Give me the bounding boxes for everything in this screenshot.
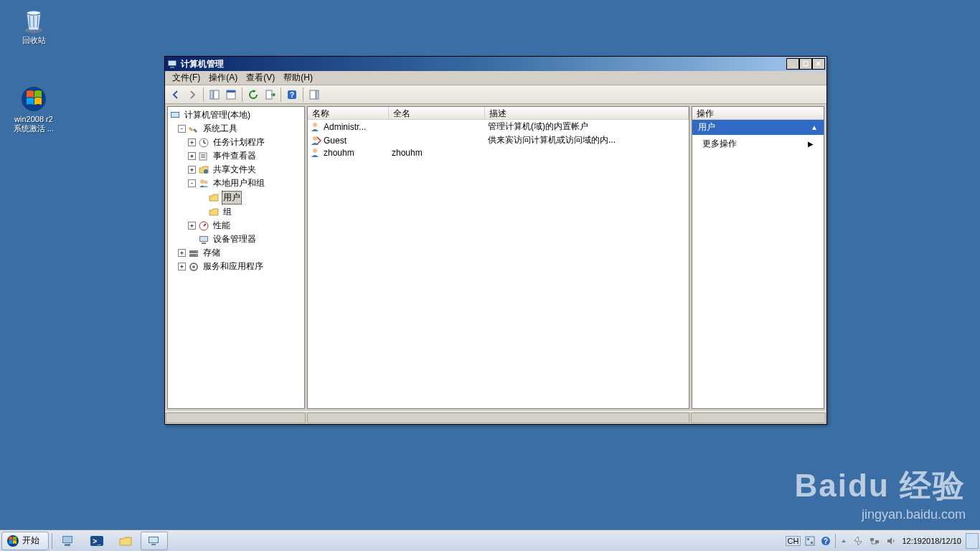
forward-button[interactable] — [184, 87, 200, 103]
tray-separator — [835, 534, 836, 548]
list-row[interactable]: zhouhm zhouhm — [308, 147, 689, 159]
tree-storage[interactable]: 存储 — [202, 247, 222, 259]
tree-panel[interactable]: 计算机管理(本地) - 系统工具 + 任务计划程序 + 事件查看器 + 共享文件… — [167, 106, 305, 409]
title-bar[interactable]: 计算机管理 _ ☐ ✕ — [165, 57, 826, 71]
list-column-fullname[interactable]: 全名 — [389, 107, 485, 119]
system-tools-icon — [188, 123, 199, 135]
svg-point-23 — [200, 179, 204, 184]
desktop-icon-label: 系统激活 ... — [9, 124, 59, 133]
tree-shared-folders[interactable]: 共享文件夹 — [212, 164, 258, 176]
svg-text:?: ? — [290, 91, 294, 99]
taskbar-separator — [52, 533, 52, 549]
shared-folders-icon — [198, 164, 209, 176]
tree-toggle[interactable]: + — [178, 249, 186, 257]
svg-text:>_: >_ — [93, 537, 101, 545]
toolbar-separator — [203, 88, 204, 102]
list-cell-name: zhouhm — [324, 148, 354, 158]
svg-point-37 — [313, 149, 317, 153]
svg-rect-47 — [806, 537, 814, 545]
svg-rect-19 — [201, 154, 205, 155]
quicklaunch-powershell[interactable]: >_ — [83, 532, 110, 550]
clock[interactable]: 12:19 2018/12/10 — [900, 537, 963, 545]
svg-rect-13 — [310, 90, 316, 99]
window-title: 计算机管理 — [181, 58, 786, 70]
svg-rect-14 — [316, 90, 319, 99]
svg-rect-4 — [169, 61, 176, 65]
taskbar-task-computer-management[interactable] — [141, 532, 168, 550]
quicklaunch-server-manager[interactable] — [55, 532, 82, 550]
watermark-brand: Baidu 经验 — [795, 465, 966, 507]
tree-local-users-groups[interactable]: 本地用户和组 — [212, 177, 266, 189]
tree-device-manager[interactable]: 设备管理器 — [212, 233, 258, 245]
tree-toggle[interactable]: + — [188, 166, 196, 174]
tree-system-tools[interactable]: 系统工具 — [202, 123, 239, 135]
export-button[interactable] — [262, 87, 278, 103]
svg-rect-40 — [63, 537, 72, 542]
tree-groups[interactable]: 组 — [222, 206, 233, 218]
menu-view[interactable]: 查看(V) — [242, 70, 279, 85]
list-body[interactable]: Administr... 管理计算机(域)的内置帐户 Guest 供来宾访问计算… — [308, 120, 689, 408]
tree-performance[interactable]: 性能 — [212, 220, 232, 232]
maximize-button[interactable]: ☐ — [799, 58, 812, 70]
recycle-bin-icon — [19, 6, 48, 34]
menu-file[interactable]: 文件(F) — [168, 70, 204, 85]
computer-management-icon — [169, 110, 181, 121]
list-column-name[interactable]: 名称 — [308, 107, 389, 119]
close-button[interactable]: ✕ — [812, 58, 825, 70]
actions-panel: 操作 用户 ▲ 更多操作 ▶ — [692, 106, 824, 409]
menu-help[interactable]: 帮助(H) — [279, 70, 317, 85]
minimize-button[interactable]: _ — [786, 58, 799, 70]
clock-icon — [198, 137, 209, 149]
refresh-button[interactable] — [245, 87, 261, 103]
language-indicator[interactable]: CH — [786, 536, 801, 546]
show-hide-tree-button[interactable] — [207, 87, 222, 103]
user-icon — [311, 148, 322, 158]
quicklaunch-explorer[interactable] — [112, 532, 139, 550]
tree-toggle[interactable]: + — [188, 222, 196, 230]
tree-toggle[interactable]: - — [188, 179, 196, 187]
svg-rect-10 — [266, 90, 272, 99]
folder-icon — [208, 207, 220, 218]
action-section-users[interactable]: 用户 ▲ — [692, 120, 824, 135]
tray-expand-icon[interactable] — [839, 536, 849, 546]
show-desktop-button[interactable] — [966, 533, 979, 549]
desktop-icon-recycle-bin[interactable]: 回收站 — [9, 6, 59, 45]
properties-button[interactable] — [223, 87, 239, 103]
action-more[interactable]: 更多操作 ▶ — [692, 135, 824, 153]
back-button[interactable] — [168, 87, 184, 103]
svg-rect-20 — [201, 156, 205, 156]
list-row[interactable]: Guest 供来宾访问计算机或访问域的内... — [308, 133, 689, 147]
svg-rect-46 — [151, 544, 156, 545]
svg-rect-53 — [875, 540, 879, 543]
action-center-icon[interactable] — [852, 536, 864, 546]
svg-rect-27 — [200, 237, 207, 241]
svg-point-31 — [196, 251, 197, 253]
svg-point-24 — [204, 180, 208, 184]
tree-task-scheduler[interactable]: 任务计划程序 — [212, 136, 266, 149]
tree-toggle[interactable]: + — [178, 263, 186, 270]
network-icon[interactable] — [867, 536, 882, 546]
tree-root[interactable]: 计算机管理(本地) — [183, 109, 252, 121]
desktop-icon-win2008r2[interactable]: win2008 r2 系统激活 ... — [9, 85, 59, 133]
tree-toggle[interactable]: - — [178, 125, 186, 133]
tree-toggle[interactable]: + — [188, 138, 196, 146]
start-button[interactable]: 开始 — [1, 532, 49, 550]
show-actions-button[interactable] — [306, 87, 322, 103]
tree-event-viewer[interactable]: 事件查看器 — [212, 150, 258, 162]
list-column-description[interactable]: 描述 — [485, 107, 689, 119]
menu-bar: 文件(F) 操作(A) 查看(V) 帮助(H) — [165, 71, 826, 85]
help-button[interactable]: ? — [284, 87, 300, 103]
svg-rect-9 — [227, 90, 235, 93]
desktop-icon-label: 回收站 — [9, 36, 59, 45]
tree-services-apps[interactable]: 服务和应用程序 — [202, 260, 265, 273]
volume-icon[interactable] — [885, 536, 897, 546]
ime-icon[interactable] — [804, 536, 816, 546]
help-tray-icon[interactable]: ? — [819, 536, 832, 546]
menu-action[interactable]: 操作(A) — [204, 70, 242, 85]
svg-rect-21 — [201, 157, 205, 158]
list-row[interactable]: Administr... 管理计算机(域)的内置帐户 — [308, 120, 689, 133]
svg-rect-52 — [870, 538, 874, 541]
tree-users[interactable]: 用户 — [222, 191, 242, 204]
tree-toggle[interactable]: + — [188, 152, 196, 160]
svg-rect-5 — [170, 67, 174, 68]
